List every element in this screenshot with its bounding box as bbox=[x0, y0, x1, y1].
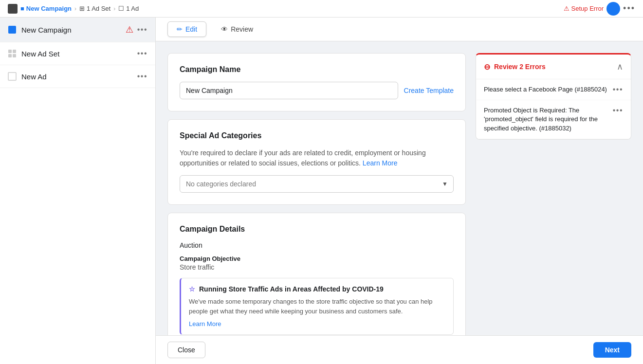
svg-rect-5 bbox=[8, 73, 16, 80]
breadcrumb-sep-2: › bbox=[113, 5, 115, 12]
campaign-warning-icon: ⚠ bbox=[126, 24, 133, 35]
ad-icon: ☐ bbox=[118, 5, 124, 12]
sidebar-item-campaign[interactable]: New Campaign ⚠ ••• bbox=[0, 18, 155, 42]
adset-icon: ⊞ bbox=[79, 5, 85, 12]
campaign-details-card: Campaign Details Auction Campaign Object… bbox=[167, 213, 466, 335]
topbar-more-button[interactable]: ••• bbox=[623, 3, 635, 14]
error-circle-icon: ⊖ bbox=[484, 62, 490, 72]
ad-icon bbox=[8, 72, 17, 81]
covid-notice-title: ☆ Running Store Traffic Ads in Areas Aff… bbox=[189, 285, 445, 293]
eye-icon: 👁 bbox=[221, 25, 228, 33]
errors-collapse-button[interactable]: ∧ bbox=[617, 61, 623, 72]
campaign-name-title: Campaign Name bbox=[180, 65, 454, 74]
pencil-icon: ✏ bbox=[177, 25, 183, 33]
errors-card: ⊖ Review 2 Errors ∧ Please select a Face… bbox=[476, 53, 631, 140]
svg-rect-2 bbox=[13, 50, 16, 53]
setup-error-badge: ⚠ Setup Error bbox=[564, 5, 604, 12]
error-text-2: Promoted Object is Required: The 'promot… bbox=[484, 106, 609, 133]
sidebar-adset-label: New Ad Set bbox=[21, 50, 137, 58]
categories-select-wrapper: No categories declared Credit Employment… bbox=[180, 175, 454, 193]
campaign-icon: ■ bbox=[20, 5, 24, 12]
breadcrumb-ad-set[interactable]: ⊞ 1 Ad Set bbox=[79, 5, 110, 12]
error-item-1: Please select a Facebook Page (#1885024)… bbox=[476, 79, 631, 100]
sidebar-item-ad[interactable]: New Ad ••• bbox=[0, 65, 155, 88]
content-scroll: Campaign Name Create Template Special Ad… bbox=[156, 41, 643, 335]
review-button[interactable]: 👁 Review bbox=[212, 22, 262, 36]
special-ad-desc: You're required to declare if your ads a… bbox=[180, 148, 454, 168]
next-button[interactable]: Next bbox=[593, 342, 631, 358]
special-ad-learn-more-link[interactable]: Learn More bbox=[363, 159, 398, 167]
warning-icon: ⚠ bbox=[564, 5, 570, 12]
error-text-1: Please select a Facebook Page (#1885024) bbox=[484, 85, 609, 94]
star-icon: ☆ bbox=[189, 285, 195, 293]
covid-learn-more-link[interactable]: Learn More bbox=[189, 320, 221, 328]
errors-title: ⊖ Review 2 Errors bbox=[484, 62, 546, 72]
close-button[interactable]: Close bbox=[167, 342, 205, 358]
campaign-details-title: Campaign Details bbox=[180, 225, 454, 234]
errors-panel: ⊖ Review 2 Errors ∧ Please select a Face… bbox=[476, 53, 631, 324]
content-area: ✏ Edit 👁 Review Campaign Name Create Tem… bbox=[156, 18, 643, 364]
create-template-button[interactable]: Create Template bbox=[404, 87, 454, 94]
sidebar: New Campaign ⚠ ••• New Ad Set ••• bbox=[0, 18, 156, 364]
bottom-bar: Close Next bbox=[156, 335, 643, 364]
campaign-icon bbox=[8, 25, 17, 34]
error-2-more-button[interactable]: ••• bbox=[613, 106, 623, 115]
sidebar-campaign-label: New Campaign bbox=[21, 26, 126, 34]
svg-rect-0 bbox=[8, 26, 16, 34]
special-ad-title: Special Ad Categories bbox=[180, 131, 454, 140]
svg-rect-1 bbox=[8, 50, 12, 53]
edit-review-bar: ✏ Edit 👁 Review bbox=[156, 18, 643, 41]
app-icon bbox=[8, 4, 18, 14]
breadcrumb-sep-1: › bbox=[74, 5, 76, 12]
breadcrumb-new-campaign[interactable]: ■ New Campaign bbox=[20, 5, 72, 12]
edit-button[interactable]: ✏ Edit bbox=[167, 21, 206, 37]
error-1-more-button[interactable]: ••• bbox=[613, 85, 623, 94]
sidebar-item-adset[interactable]: New Ad Set ••• bbox=[0, 42, 155, 65]
sidebar-campaign-more[interactable]: ••• bbox=[137, 25, 147, 34]
covid-notice: ☆ Running Store Traffic Ads in Areas Aff… bbox=[180, 278, 454, 335]
auction-value: Auction bbox=[180, 241, 454, 249]
objective-value: Store traffic bbox=[180, 263, 454, 271]
form-column: Campaign Name Create Template Special Ad… bbox=[167, 53, 466, 324]
sidebar-adset-more[interactable]: ••• bbox=[137, 49, 147, 58]
svg-rect-4 bbox=[13, 54, 16, 57]
error-item-2: Promoted Object is Required: The 'promot… bbox=[476, 100, 631, 139]
special-ad-card: Special Ad Categories You're required to… bbox=[167, 119, 466, 205]
objective-label: Campaign Objective bbox=[180, 255, 454, 262]
campaign-name-card: Campaign Name Create Template bbox=[167, 53, 466, 111]
adset-icon bbox=[8, 49, 17, 58]
breadcrumb-ad[interactable]: ☐ 1 Ad bbox=[118, 5, 139, 12]
covid-notice-body: We've made some temporary changes to the… bbox=[189, 297, 445, 316]
svg-rect-3 bbox=[8, 54, 12, 57]
campaign-name-row: Create Template bbox=[180, 82, 454, 99]
sidebar-ad-label: New Ad bbox=[21, 73, 137, 81]
campaign-name-input[interactable] bbox=[180, 82, 398, 99]
categories-select[interactable]: No categories declared Credit Employment… bbox=[180, 175, 454, 193]
sidebar-ad-more[interactable]: ••• bbox=[137, 72, 147, 81]
errors-header: ⊖ Review 2 Errors ∧ bbox=[476, 55, 631, 79]
avatar bbox=[606, 2, 620, 16]
breadcrumb-bar: ■ New Campaign › ⊞ 1 Ad Set › ☐ 1 Ad ⚠ S… bbox=[0, 0, 643, 18]
